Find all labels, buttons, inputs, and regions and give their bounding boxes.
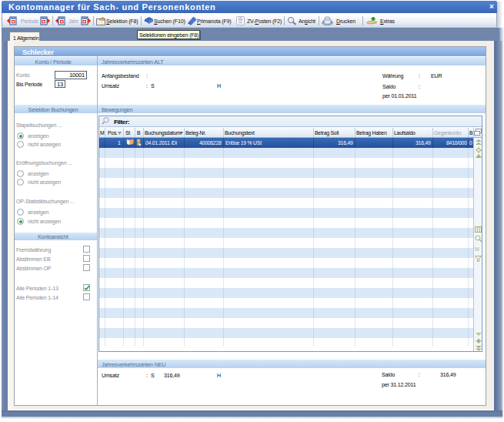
svg-text:M: M — [475, 246, 479, 252]
